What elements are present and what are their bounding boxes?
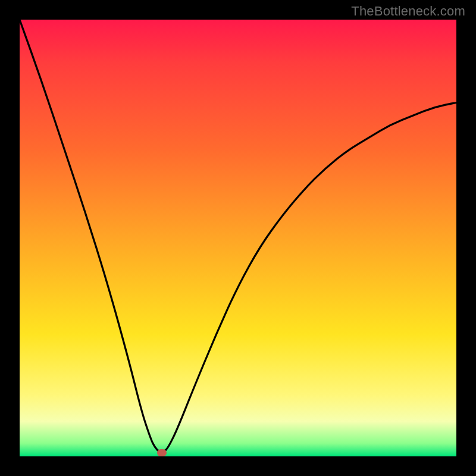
curve-svg xyxy=(20,20,456,456)
attribution-text: TheBottleneck.com xyxy=(351,4,465,19)
bottleneck-curve xyxy=(20,20,456,452)
outer-frame: TheBottleneck.com xyxy=(0,0,476,476)
optimum-marker xyxy=(157,449,167,456)
plot-area xyxy=(20,20,456,456)
